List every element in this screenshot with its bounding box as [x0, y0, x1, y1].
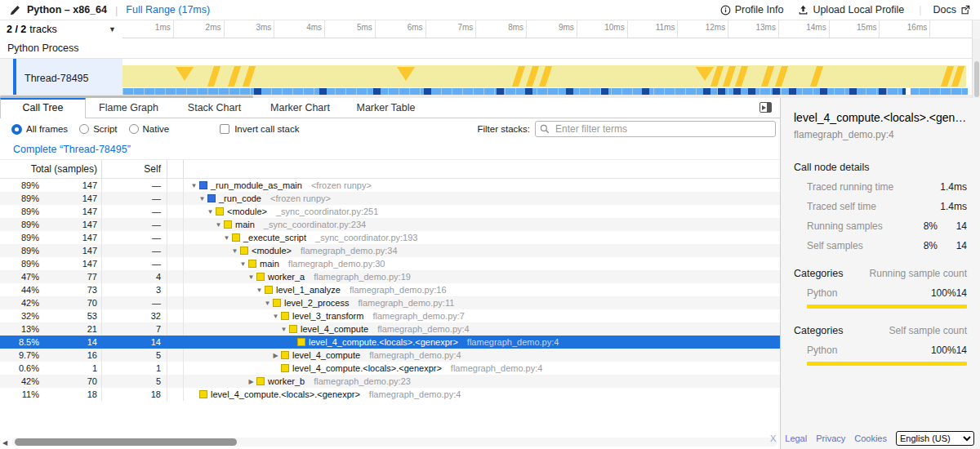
- marker-slash[interactable]: [228, 66, 241, 87]
- tab-marker-chart[interactable]: Marker Chart: [257, 98, 343, 118]
- collapse-arrow-icon[interactable]: ▼: [278, 326, 289, 333]
- row-self-samples: 5: [102, 349, 167, 362]
- table-row[interactable]: 42%70—▼level_2_processflamegraph_demo.py…: [0, 296, 780, 309]
- legal-link[interactable]: Legal: [785, 433, 807, 443]
- full-range-link[interactable]: Full Range (17ms): [126, 4, 210, 16]
- collapse-arrow-icon[interactable]: ▼: [238, 260, 248, 268]
- marker-slash[interactable]: [207, 66, 220, 87]
- function-name: <module>: [252, 246, 292, 256]
- tracks-vscrollbar-thumb[interactable]: [974, 61, 979, 97]
- tracks-dropdown-button[interactable]: 2 / 2 tracks ▼: [0, 20, 122, 38]
- sample-dark-segment: [879, 88, 886, 95]
- language-select[interactable]: English (US): [896, 431, 974, 446]
- marker-slash[interactable]: [735, 66, 748, 87]
- table-row[interactable]: 11%1818▼level_4_compute.<locals>.<genexp…: [0, 388, 780, 401]
- table-row[interactable]: 8.5%1414▼level_4_compute.<locals>.<genex…: [0, 336, 780, 349]
- native-radio[interactable]: [129, 124, 139, 134]
- tracks-vscrollbar[interactable]: [972, 38, 980, 98]
- samples-track-canvas[interactable]: [122, 88, 968, 95]
- marker-triangle[interactable]: [397, 67, 415, 81]
- invert-call-stack-checkbox[interactable]: [220, 124, 229, 134]
- table-row[interactable]: 44%733▼level_1_analyzeflamegraph_demo.py…: [0, 283, 780, 296]
- row-total-percent: 89%: [0, 231, 39, 244]
- privacy-link[interactable]: Privacy: [816, 433, 845, 443]
- stat-row: Traced running time1.4ms: [794, 181, 967, 193]
- table-row[interactable]: 9.7%165▶level_4_computeflamegraph_demo.p…: [0, 349, 780, 362]
- table-row[interactable]: 13%217▼level_4_computeflamegraph_demo.py…: [0, 322, 780, 336]
- marker-slash[interactable]: [810, 66, 823, 87]
- table-row[interactable]: 47%774▼worker_aflamegraph_demo.py:19: [0, 270, 780, 283]
- filter-stacks-input[interactable]: [535, 121, 776, 137]
- collapse-arrow-icon[interactable]: ▼: [205, 208, 216, 216]
- marker-slash[interactable]: [526, 66, 539, 87]
- calltree-hscrollbar-thumb[interactable]: [15, 438, 237, 446]
- col-total-samples[interactable]: Total (samples): [0, 160, 102, 178]
- collapse-arrow-icon[interactable]: ▼: [197, 195, 207, 202]
- table-row[interactable]: 89%147—▼<module>_sync_coordinator.py:251: [0, 205, 780, 218]
- locale-x-link[interactable]: X: [770, 433, 776, 443]
- table-row[interactable]: 42%705▶worker_bflamegraph_demo.py:23: [0, 375, 780, 388]
- sidebar-toggle-button[interactable]: [760, 102, 772, 113]
- profile-info-button[interactable]: Profile Info: [720, 4, 784, 16]
- native-label[interactable]: Native: [143, 124, 170, 134]
- docs-button[interactable]: Docs: [933, 4, 970, 16]
- row-total-percent: 42%: [0, 375, 39, 388]
- all-frames-label[interactable]: All frames: [26, 124, 68, 134]
- tab-marker-table[interactable]: Marker Table: [343, 98, 429, 118]
- row-self-samples: 18: [102, 388, 167, 401]
- upload-local-profile-button[interactable]: Upload Local Profile: [798, 4, 904, 16]
- script-label[interactable]: Script: [93, 124, 117, 134]
- marker-slash[interactable]: [243, 66, 256, 87]
- all-frames-radio[interactable]: [11, 124, 22, 135]
- scroll-left-arrow-icon[interactable]: ◀: [2, 439, 7, 447]
- tab-flame-graph[interactable]: Flame Graph: [86, 98, 172, 118]
- script-radio[interactable]: [79, 124, 89, 134]
- process-track-row[interactable]: Python Process: [0, 38, 980, 59]
- row-total-samples: 1: [39, 362, 102, 375]
- collapse-arrow-icon[interactable]: ▼: [262, 300, 273, 307]
- marker-slash[interactable]: [539, 66, 552, 87]
- table-row[interactable]: 89%147—▼_run_module_as_main<frozen runpy…: [0, 179, 780, 192]
- marker-slash[interactable]: [723, 66, 736, 87]
- collapse-arrow-icon[interactable]: ▼: [270, 313, 281, 320]
- collapse-arrow-icon[interactable]: ▼: [221, 234, 232, 242]
- collapse-arrow-icon[interactable]: ▼: [254, 287, 265, 294]
- tab-call-tree[interactable]: Call Tree: [0, 98, 86, 118]
- tab-stack-chart[interactable]: Stack Chart: [172, 98, 257, 118]
- table-row[interactable]: 32%5332▼level_3_transformflamegraph_demo…: [0, 309, 780, 322]
- table-row[interactable]: 89%147—▼<module>flamegraph_demo.py:34: [0, 244, 780, 257]
- edit-profile-name-icon[interactable]: [10, 5, 20, 16]
- table-row[interactable]: 0.6%11▼level_4_compute.<locals>.<genexpr…: [0, 362, 780, 375]
- file-line: flamegraph_demo.py:30: [288, 259, 385, 269]
- collapse-arrow-icon[interactable]: ▼: [213, 221, 224, 229]
- table-row[interactable]: 89%147—▼mainflamegraph_demo.py:30: [0, 257, 780, 270]
- calltree-hscrollbar[interactable]: ◀: [0, 438, 780, 447]
- marker-slash[interactable]: [512, 66, 525, 87]
- category-square-icon: [297, 338, 305, 346]
- marker-triangle[interactable]: [696, 67, 714, 81]
- ruler-tick: 10ms: [627, 20, 628, 38]
- function-name: level_4_compute: [292, 350, 360, 360]
- thread-track-row[interactable]: Thread-78495: [0, 59, 980, 97]
- table-row[interactable]: 89%147—▼_run_code<frozen runpy>: [0, 192, 780, 205]
- marker-slash[interactable]: [951, 66, 964, 87]
- invert-call-stack-label[interactable]: Invert call stack: [234, 124, 299, 134]
- expand-arrow-icon[interactable]: ▶: [246, 378, 256, 385]
- marker-slash[interactable]: [775, 66, 788, 87]
- collapse-arrow-icon[interactable]: ▼: [229, 247, 240, 255]
- ruler-ticks: 1ms2ms3ms4ms5ms6ms7ms8ms9ms10ms11ms12ms1…: [0, 20, 972, 38]
- function-name: level_4_compute.<locals>.<genexpr>: [292, 363, 442, 373]
- marker-triangle[interactable]: [176, 67, 194, 81]
- collapse-arrow-icon[interactable]: ▼: [246, 273, 256, 281]
- col-self[interactable]: Self: [102, 160, 167, 178]
- marker-track-canvas[interactable]: [122, 65, 966, 87]
- collapse-arrow-icon[interactable]: ▼: [189, 182, 199, 189]
- table-row[interactable]: 89%147—▼main_sync_coordinator.py:234: [0, 218, 780, 231]
- cookies-link[interactable]: Cookies: [854, 433, 887, 443]
- sample-dark-segment: [789, 88, 796, 95]
- expand-arrow-icon[interactable]: ▶: [270, 352, 281, 359]
- table-row[interactable]: 89%147—▼_execute_script_sync_coordinator…: [0, 231, 780, 244]
- marker-slash[interactable]: [761, 66, 774, 87]
- breadcrumb[interactable]: Complete “Thread-78495”: [13, 144, 131, 155]
- thread-track-label[interactable]: Thread-78495: [16, 59, 122, 97]
